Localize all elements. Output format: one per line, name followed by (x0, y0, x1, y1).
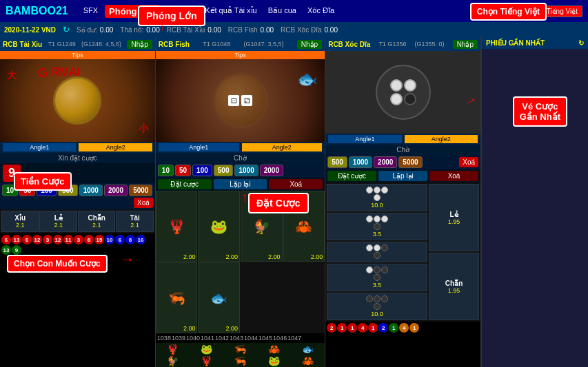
chip-5000[interactable]: 5000 (129, 185, 152, 196)
tai-xiu-nhap-btn[interactable]: Nhập (127, 40, 152, 49)
animal-fish[interactable]: 🐟 2.00 (198, 262, 240, 333)
gong-visual (53, 76, 101, 125)
fish-status: Chờ (156, 153, 325, 163)
fish-angles: Angle1 Angle2 (156, 142, 325, 153)
xd-chip-5000[interactable]: 5000 (398, 156, 422, 168)
right-panel-title: PHIẾU GẦN NHẤT (486, 39, 545, 47)
tai-xiu-options: Xỉu 2.1 Lẻ 2.1 Chẵn 2.1 Tài 2.1 (0, 209, 155, 233)
tai-xiu-current-number: 9 (3, 165, 21, 182)
xd-4black[interactable]: 10.0 (327, 293, 427, 320)
tai-xiu-angle2[interactable]: Angle2 (79, 143, 152, 151)
hist-ball: 1 (368, 323, 378, 333)
fish-angle2[interactable]: Angle2 (242, 143, 323, 151)
xoc-dia-angles: Angle1 Angle2 (325, 134, 480, 145)
nav-bar: SFX Phóng Lớn Xóc Đĩa Kết quả Tài xỉu Bầ… (79, 5, 501, 18)
hist-ball: 3 (74, 235, 83, 244)
chip-10[interactable]: 10 (2, 185, 18, 196)
chip-100[interactable]: 100 (37, 185, 57, 196)
fish-chip-1000[interactable]: 1000 (234, 165, 258, 176)
hist-ball: 1 (389, 323, 398, 333)
opt-chan[interactable]: Chẵn 2.1 (78, 211, 115, 232)
xd-chip-1000[interactable]: 1000 (349, 156, 372, 168)
xoc-dia-nhap-btn[interactable]: Nhập (453, 40, 478, 49)
fish-hist-emoji: 🦞 (190, 355, 223, 366)
xoc-dia-header: RCB Xóc Dĩa T1 G1356 (G1355: 0) Nhập (325, 37, 480, 51)
tai-xiu-tips: Tips (0, 51, 155, 59)
hist-ball: 8 (84, 235, 94, 244)
fish-hist-emoji: 🐟 (291, 344, 324, 355)
chip-2000[interactable]: 2000 (104, 185, 128, 196)
xd-le-opt[interactable]: Lẻ 1.95 (429, 184, 479, 251)
chip-500[interactable]: 500 (58, 185, 78, 196)
animal-rooster[interactable]: 🐓 2.00 (241, 191, 283, 262)
hist-ball: 13 (12, 235, 21, 244)
nav-bau-cua[interactable]: Bầu cua (264, 5, 301, 18)
animal-lobster[interactable]: 🦞 2.00 (156, 191, 198, 262)
fish-lap-lai[interactable]: Lặp lại (214, 179, 267, 189)
hist-ball: 6 (22, 235, 32, 244)
nav-xoc-dia2[interactable]: Xóc Đĩa (303, 5, 338, 18)
fish-header: RCB Fish T1 G1048 (G1047: 3,5,5) Nhập (156, 37, 325, 51)
tai-xiu-video: 大 G RMAI 小 (0, 59, 155, 142)
xd-chip-2000[interactable]: 2000 (374, 156, 397, 168)
fish-nhap-btn[interactable]: Nhập (297, 40, 322, 49)
hist-ball: 2 (327, 323, 336, 333)
right-panel-refresh[interactable]: ↻ (578, 39, 584, 47)
fish-chip-2000[interactable]: 2000 (260, 165, 283, 176)
chip-50[interactable]: 50 (19, 185, 35, 196)
game-xoc-dia: RCB Xóc Dĩa T1 G1356 (G1355: 0) Nhập (325, 37, 481, 367)
chip-1000[interactable]: 1000 (79, 185, 103, 196)
lang-vietnamese[interactable]: Tiếng Việt (542, 6, 582, 17)
nav-phong-lon[interactable]: Phóng Lớn (105, 5, 160, 18)
coin-w3 (390, 93, 403, 105)
xd-coin-patterns: 10.0 3.5 (327, 184, 427, 320)
fish-history: 1038 1039 1040 1041 1042 1043 1044 1045 … (156, 333, 325, 343)
xd-xoa-btn[interactable]: Xoá (459, 157, 478, 167)
fish-range: (G1047: 3,5,5) (243, 41, 283, 48)
xoc-dia-bowl (376, 65, 431, 120)
animal-frog[interactable]: 🐸 2.00 (198, 191, 240, 262)
opt-xiu[interactable]: Xỉu 2.1 (1, 211, 39, 232)
xd-xoa[interactable]: Xoá (429, 171, 478, 181)
opt-le[interactable]: Lẻ 2.1 (39, 211, 77, 232)
nav-ket-qua[interactable]: Kết quả Tài xỉu (201, 5, 261, 18)
fish-hist-1041: 1041 (201, 335, 214, 342)
tha-no-label: Thá nó: (120, 26, 143, 34)
chinese-g: G (38, 66, 48, 81)
xd-lap-lai[interactable]: Lặp lại (378, 171, 427, 181)
xd-2white2black[interactable] (327, 242, 427, 262)
animal-crab[interactable]: 🦀 2.00 (283, 191, 325, 262)
xd-chan-opt[interactable]: Chẵn 1.95 (429, 253, 479, 320)
fish-title: RCB Fish (159, 41, 190, 48)
fish-chip-100[interactable]: 100 (192, 165, 212, 176)
xoa-button[interactable]: Xoá (134, 198, 153, 208)
xd-dat-cuoc[interactable]: Đặt cược (327, 171, 376, 181)
fish-xoa[interactable]: Xoá (269, 179, 323, 189)
fish-chip-500[interactable]: 500 (214, 165, 234, 176)
chinese-xiao: 小 (139, 123, 148, 135)
fish-chip-50[interactable]: 50 (175, 165, 191, 176)
nav-sfx[interactable]: SFX (79, 5, 102, 18)
so-du-item: Số dư: 0.00 (77, 26, 113, 34)
xd-1white3black[interactable]: 3.5 (327, 264, 427, 291)
xd-side-options: Lẻ 1.95 Chẵn 1.95 (429, 184, 479, 320)
fish-dat-cuoc[interactable]: Đặt cược (158, 179, 212, 189)
nav-xoc-dia[interactable]: Xóc Đĩa (163, 5, 198, 18)
xd-4white[interactable]: 10.0 (327, 184, 427, 211)
coin-w1 (390, 79, 403, 92)
lang-english[interactable]: English (507, 6, 539, 17)
fish-angle1[interactable]: Angle1 (159, 143, 239, 151)
tai-xiu-angle1[interactable]: Angle1 (3, 143, 76, 151)
animal-shrimp[interactable]: 🦐 2.00 (156, 262, 198, 333)
refresh-button[interactable]: ↻ (63, 25, 70, 34)
xd-3white1black[interactable]: 3.5 (327, 213, 427, 240)
opt-tai[interactable]: Tài 2.1 (116, 211, 153, 232)
fish-hist-emoji: 🦐 (224, 344, 257, 355)
dice-in-bowl: ⚀ ⚁ (228, 95, 252, 106)
xoc-dia-angle2[interactable]: Angle2 (405, 135, 478, 143)
xoc-dia-angle1[interactable]: Angle1 (328, 135, 401, 143)
fish-chip-10[interactable]: 10 (158, 165, 174, 176)
fish-chips: 10 50 100 500 1000 2000 (156, 163, 325, 178)
xd-chip-500[interactable]: 500 (327, 156, 347, 168)
fish-hist-emoji: 🐸 (257, 355, 290, 366)
